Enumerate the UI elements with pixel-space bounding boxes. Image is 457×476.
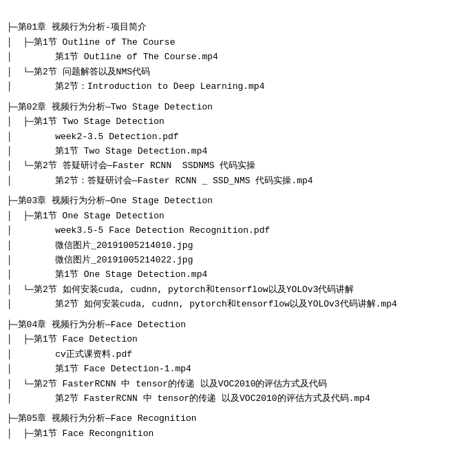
tree-line-section[interactable]: │ ├─第1节 Face Detection (7, 332, 450, 346)
tree-line-file: │ 第2节 如何安装cuda, cudnn, pytorch和tensorflo… (7, 297, 450, 311)
tree-line-file: │ 微信图片_20191005214010.jpg (7, 238, 450, 253)
tree-line-section[interactable]: │ └─第2节 问题解答以及NMS代码 (7, 65, 450, 79)
tree-empty-line (7, 312, 450, 318)
tree-line-chapter[interactable]: ├─第04章 视频行为分析—Face Detection (7, 318, 450, 332)
tree-line-file: │ week2-3.5 Detection.pdf (7, 130, 450, 144)
tree-line-section[interactable]: │ ├─第1节 Outline of The Course (7, 35, 450, 50)
tree-line-section[interactable]: │ ├─第1节 Two Stage Detection (7, 114, 450, 129)
tree-empty-line (7, 94, 450, 100)
tree-line-file: │ week3.5-5 Face Detection Recognition.p… (7, 223, 450, 238)
tree-line-section[interactable]: │ └─第2节 答疑研讨会—Faster RCNN SSDNMS 代码实操 (7, 158, 450, 173)
tree-empty-line (7, 188, 450, 194)
tree-line-section[interactable]: │ └─第2节 如何安装cuda, cudnn, pytorch和tensorf… (7, 282, 450, 297)
tree-line-section[interactable]: │ ├─第1节 Face Recongnition (7, 426, 450, 441)
tree-line-file: │ 微信图片_20191005214022.jpg (7, 253, 450, 267)
tree-line-file: │ 第1节 Two Stage Detection.mp4 (7, 144, 450, 158)
tree-line-file: │ 第2节：Introduction to Deep Learning.mp4 (7, 79, 450, 94)
tree-line-file: │ cv正式课资料.pdf (7, 347, 450, 362)
tree-line-file: │ 第2节 FasterRCNN 中 tensor的传递 以及VOC2010的评… (7, 391, 450, 406)
tree-line-file: │ 第1节 Face Detection-1.mp4 (7, 362, 450, 376)
tree-line-file: │ 第2节：答疑研讨会—Faster RCNN _ SSD_NMS 代码实操.m… (7, 174, 450, 188)
tree-line-section[interactable]: │ ├─第1节 One Stage Detection (7, 209, 450, 223)
tree-line-file: │ 第1节 Outline of The Course.mp4 (7, 50, 450, 64)
tree-line-chapter[interactable]: ├─第05章 视频行为分析—Face Recognition (7, 411, 450, 426)
tree-line-section[interactable]: │ └─第2节 FasterRCNN 中 tensor的传递 以及VOC2010… (7, 377, 450, 391)
tree-line-chapter[interactable]: ├─第01章 视频行为分析-项目简介 (7, 20, 450, 34)
tree-line-chapter[interactable]: ├─第03章 视频行为分析—One Stage Detection (7, 194, 450, 208)
file-tree: ├─第01章 视频行为分析-项目简介│ ├─第1节 Outline of The… (7, 6, 450, 441)
tree-line-file: │ 第1节 One Stage Detection.mp4 (7, 267, 450, 282)
tree-empty-line (7, 406, 450, 411)
tree-line-chapter[interactable]: ├─第02章 视频行为分析—Two Stage Detection (7, 100, 450, 114)
